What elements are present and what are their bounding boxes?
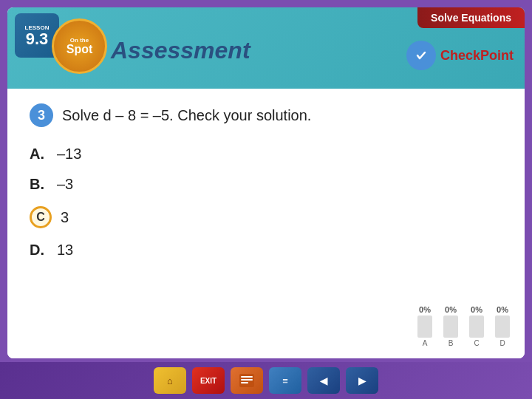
svg-rect-2 [241, 376, 253, 378]
svg-rect-4 [241, 382, 248, 383]
resources-button[interactable]: ≡ [269, 367, 301, 394]
question-row: 3 Solve d – 8 = –5. Check your solution. [30, 103, 502, 127]
poll-percent-d: 0% [497, 305, 508, 314]
poll-bar-container-d [495, 316, 510, 338]
solve-equations-banner: Solve Equations [417, 7, 525, 28]
poll-percent-a: 0% [419, 305, 431, 314]
answer-item-d[interactable]: D. 13 [30, 242, 502, 259]
answer-list: A. –13 B. –3 C 3 D. 13 [30, 146, 502, 259]
answer-letter-d: D. [30, 242, 48, 259]
answer-item-c[interactable]: C 3 [30, 206, 502, 228]
poll-col-d: 0% D [495, 305, 510, 347]
assessment-title: Assessment [111, 37, 250, 64]
poll-percent-c: 0% [471, 305, 482, 314]
spot-text: Spot [66, 44, 93, 55]
lesson-number: 9.3 [26, 31, 49, 47]
svg-rect-3 [241, 379, 253, 381]
answer-value-c: 3 [61, 209, 69, 226]
poll-label-d: D [499, 339, 505, 347]
question-number: 3 [38, 108, 45, 123]
content-panel: LESSON 9.3 On the Spot Assessment Solve … [7, 7, 525, 358]
answer-value-b: –3 [57, 176, 73, 193]
question-number-circle: 3 [30, 103, 53, 127]
answer-letter-a: A. [30, 146, 48, 163]
checkpoint-icon [406, 41, 436, 70]
answer-item-b[interactable]: B. –3 [30, 176, 502, 193]
poll-bar-container-a [417, 316, 432, 338]
poll-results: 0% A 0% B 0% [417, 305, 510, 347]
poll-label-a: A [423, 339, 428, 347]
next-button[interactable]: ▶ [346, 367, 378, 394]
bottom-nav: ⌂ EXIT ≡ ◀ ▶ [0, 362, 532, 399]
poll-label-b: B [449, 339, 454, 347]
spot-badge: On the Spot [52, 18, 107, 74]
poll-col-b: 0% B [443, 305, 458, 347]
question-content-area: 3 Solve d – 8 = –5. Check your solution.… [7, 89, 525, 358]
poll-percent-b: 0% [445, 305, 457, 314]
top-banner: LESSON 9.3 On the Spot Assessment Solve … [7, 7, 525, 89]
chapter-resources-button[interactable] [231, 367, 263, 394]
poll-label-c: C [474, 339, 479, 347]
checkpoint-svg-icon [412, 47, 430, 64]
chapter-icon [238, 372, 256, 389]
answer-letter-b: B. [30, 176, 48, 193]
poll-bar-container-b [443, 316, 458, 338]
exit-button[interactable]: EXIT [192, 367, 225, 394]
poll-col-c: 0% C [469, 305, 484, 347]
poll-bar-container-c [469, 316, 484, 338]
question-text: Solve d – 8 = –5. Check your solution. [62, 107, 311, 124]
main-container: LESSON 9.3 On the Spot Assessment Solve … [0, 0, 532, 399]
checkpoint-badge: CheckPoint [406, 41, 514, 70]
answer-selected-circle-c: C [30, 206, 52, 228]
prev-button[interactable]: ◀ [307, 367, 340, 394]
answer-item-a[interactable]: A. –13 [30, 146, 502, 163]
answer-value-d: 13 [57, 242, 73, 259]
answer-value-a: –13 [57, 146, 81, 163]
checkpoint-text: CheckPoint [440, 48, 514, 64]
poll-col-a: 0% A [417, 305, 432, 347]
answer-letter-c: C [36, 211, 45, 224]
home-button[interactable]: ⌂ [154, 367, 186, 394]
